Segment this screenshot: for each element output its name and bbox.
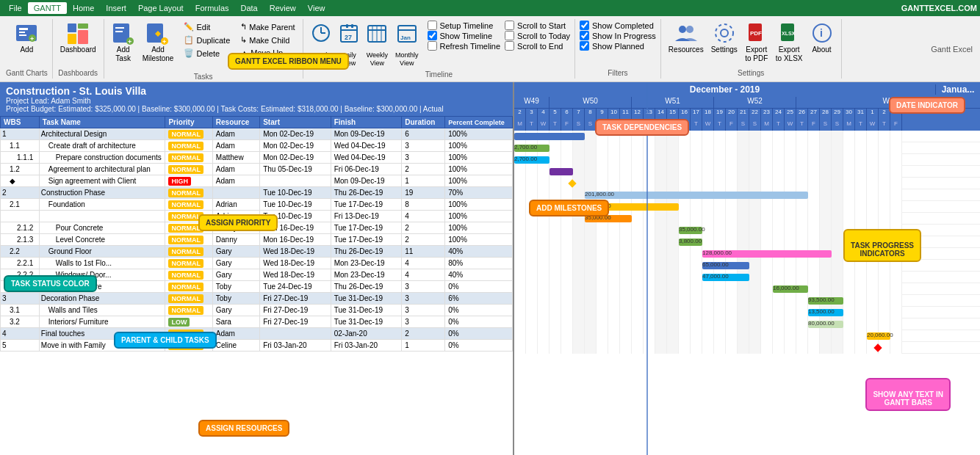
show-completed-input[interactable] — [580, 21, 589, 30]
gantt-day-labels: MTWTFSSMTWTFSSMTWTFSSMTWTFSSMTWTF — [514, 120, 980, 131]
menu-review[interactable]: Review — [264, 2, 302, 14]
day-header: 6 — [561, 109, 573, 120]
weekly-view-button[interactable]: WeeklyView — [364, 21, 391, 69]
refresh-timeline-checkbox[interactable]: Refresh Timeline — [428, 41, 501, 51]
table-row[interactable]: 2.2 Ground Floor NORMAL Gary Wed 18-Dec-… — [1, 246, 513, 258]
gantt-cell — [879, 318, 890, 330]
menu-data[interactable]: Data — [235, 2, 264, 14]
add-task-button[interactable]: + AddTask — [109, 21, 138, 65]
gantt-cell — [796, 166, 808, 178]
gantt-cell — [773, 307, 785, 318]
resources-label: Resources — [669, 46, 704, 54]
menu-home[interactable]: Home — [67, 2, 100, 14]
show-in-progress-input[interactable] — [580, 31, 589, 40]
make-child-button[interactable]: ↳Make Child — [237, 34, 298, 46]
gantt-cell — [796, 307, 808, 318]
dashboard-button[interactable]: Dashboard — [57, 21, 99, 56]
table-row[interactable]: 1.1.1 Prepare construction documents NOR… — [1, 152, 513, 164]
gantt-cell — [843, 201, 855, 213]
gantt-cell — [691, 131, 702, 142]
show-planned-checkbox[interactable]: Show Planned — [580, 41, 656, 51]
resources-button[interactable]: Resources — [666, 21, 707, 56]
export-xlsx-button[interactable]: XLSX Exportto XLSX — [773, 21, 806, 65]
table-row[interactable]: 1.1 Create draft of architecture NORMAL … — [1, 140, 513, 152]
scroll-to-end-input[interactable] — [505, 41, 514, 51]
gantt-cell — [667, 295, 679, 307]
gantt-cell — [749, 283, 761, 295]
table-row[interactable]: ◆ Sign agreement with Client HIGH Adam M… — [1, 175, 513, 187]
gantt-cell — [514, 330, 526, 342]
scroll-to-end-checkbox[interactable]: Scroll to End — [505, 41, 570, 51]
scroll-to-start-input[interactable] — [505, 21, 514, 30]
resource-cell: Adam — [212, 175, 259, 187]
menu-gantt[interactable]: GANTT — [28, 2, 67, 14]
edit-button[interactable]: ✏️Edit — [181, 21, 233, 33]
svg-point-35 — [679, 26, 686, 33]
table-row[interactable]: 3 Decoration Phase NORMAL Toby Fri 27-De… — [1, 293, 513, 305]
add-milestones-callout: ADD MILESTONES — [529, 200, 609, 216]
show-in-progress-checkbox[interactable]: Show In Progress — [580, 31, 656, 40]
show-text-callout: SHOW ANY TEXT IN GANTT BARS — [865, 378, 951, 411]
menu-file[interactable]: File — [3, 2, 28, 14]
gantt-cell — [538, 272, 550, 283]
show-timeline-input[interactable] — [428, 31, 437, 40]
gantt-cell — [867, 166, 879, 178]
table-row[interactable]: 2.1 Foundation NORMAL Adrian Tue 10-Dec-… — [1, 199, 513, 211]
gantt-cell — [585, 225, 597, 236]
duration-cell: 2 — [402, 164, 445, 175]
gantt-cell — [749, 330, 761, 342]
pct-cell: 0% — [445, 305, 513, 316]
gantt-cell — [714, 225, 726, 236]
make-parent-button[interactable]: ↰Make Parent — [237, 21, 298, 33]
table-row[interactable]: 2 Construction Phase NORMAL Tue 10-Dec-1… — [1, 187, 513, 199]
table-row[interactable]: 3.2 Interiors/ Furniture LOW Sara Fri 27… — [1, 316, 513, 328]
add-button[interactable]: + Add — [12, 21, 41, 56]
gantt-cell — [890, 201, 902, 213]
scroll-to-start-checkbox[interactable]: Scroll to Start — [505, 21, 570, 30]
table-row[interactable]: 2.1.3 Level Concrete NORMAL Danny Mon 16… — [1, 234, 513, 246]
show-completed-checkbox[interactable]: Show Completed — [580, 21, 656, 30]
col-wbs: WBS — [1, 117, 40, 128]
gantt-cell — [620, 330, 632, 342]
task-name-cell: Walls and Tiles — [39, 305, 165, 316]
setup-timeline-checkbox[interactable]: Setup Timeline — [428, 21, 501, 30]
table-row[interactable]: 3.1 Walls and Tiles NORMAL Gary Fri 27-D… — [1, 305, 513, 316]
table-row[interactable]: 1.2 Agreement to architectural plan NORM… — [1, 164, 513, 175]
day-header: 26 — [796, 109, 808, 120]
duplicate-button[interactable]: 📋Duplicate — [181, 34, 233, 46]
delete-button[interactable]: 🗑️Delete — [181, 47, 233, 59]
gantt-cell — [832, 142, 843, 154]
about-button[interactable]: i About — [807, 21, 837, 56]
duration-cell: 6 — [402, 128, 445, 140]
setup-timeline-input[interactable] — [428, 21, 437, 30]
wbs-cell: 2.1.3 — [1, 234, 40, 246]
gantt-cell — [561, 295, 573, 307]
scroll-to-today-checkbox[interactable]: Scroll to Today — [505, 31, 570, 40]
menu-formulas[interactable]: Formulas — [190, 2, 235, 14]
export-pdf-button[interactable]: PDF Exportto PDF — [742, 21, 771, 65]
show-timeline-checkbox[interactable]: Show Timeline — [428, 31, 501, 40]
settings-button[interactable]: Settings — [708, 21, 741, 56]
gantt-cell — [726, 307, 738, 318]
table-row[interactable]: 1 Architectural Design NORMAL Adam Mon 0… — [1, 128, 513, 140]
add-milestone-button[interactable]: + AddMilestone — [140, 21, 177, 65]
show-planned-input[interactable] — [580, 41, 589, 51]
scroll-to-today-input[interactable] — [505, 31, 514, 40]
gantt-cell — [855, 307, 867, 318]
day-sub: T — [773, 120, 785, 131]
monthly-view-button[interactable]: Jan MonthlyView — [392, 21, 422, 69]
menu-insert[interactable]: Insert — [100, 2, 132, 14]
gantt-cell — [738, 330, 749, 342]
start-cell — [260, 328, 331, 340]
gantt-cell — [855, 201, 867, 213]
menu-page-layout[interactable]: Page Layout — [132, 2, 190, 14]
table-row[interactable]: 5 Move in with Family NORMAL Celine Fri … — [1, 340, 513, 352]
gantt-cell — [597, 166, 608, 178]
refresh-timeline-input[interactable] — [428, 41, 437, 51]
priority-badge: LOW — [168, 318, 190, 327]
gantt-cell — [843, 166, 855, 178]
col-start: Start — [260, 117, 331, 128]
table-row[interactable]: 4 Final touches NORMAL Adam 02-Jan-20 2 … — [1, 328, 513, 340]
menu-view[interactable]: View — [302, 2, 331, 14]
table-row[interactable]: 2.2.1 Walls to 1st Flo... NORMAL Gary We… — [1, 258, 513, 269]
